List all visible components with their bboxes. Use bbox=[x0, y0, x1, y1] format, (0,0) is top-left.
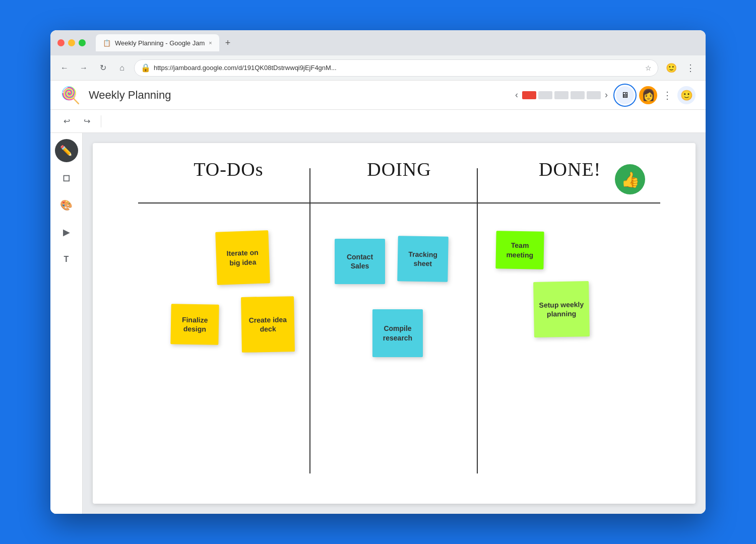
slide-dots bbox=[522, 91, 601, 99]
undo-icon: ↩ bbox=[64, 116, 70, 126]
traffic-lights bbox=[57, 39, 86, 46]
slide-dot-3[interactable] bbox=[554, 91, 569, 99]
account-button[interactable]: 🙂 bbox=[677, 86, 696, 104]
next-slide-button[interactable]: › bbox=[605, 90, 608, 100]
browser-window: 📋 Weekly Planning - Google Jam × + ← → ↻… bbox=[50, 30, 706, 514]
tab-close-button[interactable]: × bbox=[209, 40, 212, 46]
more-menu-button[interactable]: ⋮ bbox=[662, 89, 672, 101]
minimize-window-button[interactable] bbox=[68, 39, 75, 46]
todo-column-header: TO-DOs bbox=[143, 158, 314, 180]
back-button[interactable]: ← bbox=[57, 61, 72, 75]
slide-dot-4[interactable] bbox=[571, 91, 585, 99]
main-content: ✏️ ◻ 🎨 ▶ T TO-DOs DOING DONE! bbox=[50, 133, 706, 514]
whiteboard: TO-DOs DOING DONE! 👍 Iterate on big idea bbox=[93, 143, 696, 504]
tab-title: Weekly Planning - Google Jam bbox=[115, 39, 205, 47]
header-actions: 🖥 👩 ⋮ 🙂 bbox=[616, 86, 696, 104]
color-icon: 🎨 bbox=[60, 199, 73, 211]
profile-button[interactable]: 🙂 bbox=[663, 60, 679, 76]
browser-actions: 🙂 ⋮ bbox=[663, 60, 699, 76]
active-tab[interactable]: 📋 Weekly Planning - Google Jam × bbox=[96, 34, 219, 51]
horizontal-divider bbox=[138, 202, 660, 203]
prev-slide-button[interactable]: ‹ bbox=[515, 90, 518, 100]
sticky-tracking[interactable]: Tracking sheet bbox=[397, 236, 449, 282]
address-bar: ← → ↻ ⌂ 🔒 https://jamboard.google.com/d/… bbox=[50, 55, 706, 81]
toolbar-divider bbox=[101, 115, 101, 127]
pen-icon: ✏️ bbox=[60, 145, 73, 157]
home-button[interactable]: ⌂ bbox=[115, 61, 129, 75]
close-window-button[interactable] bbox=[57, 39, 65, 46]
more-options-button[interactable]: ⋮ bbox=[682, 60, 699, 76]
sticky-finalize[interactable]: Finalize design bbox=[170, 304, 219, 345]
tab-favicon: 📋 bbox=[103, 39, 111, 47]
left-toolbox: ✏️ ◻ 🎨 ▶ T bbox=[50, 133, 83, 514]
eraser-icon: ◻ bbox=[62, 172, 70, 183]
reload-button[interactable]: ↻ bbox=[96, 61, 110, 75]
lock-icon: 🔒 bbox=[141, 63, 151, 73]
color-tool-button[interactable]: 🎨 bbox=[55, 193, 78, 217]
slide-dot-2[interactable] bbox=[538, 91, 552, 99]
thumbs-up-badge: 👍 bbox=[615, 164, 645, 194]
toolbar: ↩ ↪ bbox=[50, 110, 706, 133]
thumbs-up-icon: 👍 bbox=[621, 171, 640, 188]
new-tab-button[interactable]: + bbox=[221, 36, 235, 50]
url-text: https://jamboard.google.com/d/191QK08tDs… bbox=[154, 64, 337, 72]
text-tool-button[interactable]: T bbox=[55, 248, 78, 271]
undo-button[interactable]: ↩ bbox=[58, 113, 75, 129]
presenter-button[interactable]: 🖥 bbox=[616, 86, 634, 104]
text-icon: T bbox=[64, 255, 69, 264]
app-header: 🍭 Weekly Planning ‹ › 🖥 👩 ⋮ 🙂 bbox=[50, 81, 706, 110]
sticky-contact[interactable]: Contact Sales bbox=[335, 239, 385, 284]
slide-nav: ‹ › bbox=[515, 90, 608, 100]
tab-bar: 📋 Weekly Planning - Google Jam × + bbox=[96, 34, 234, 51]
sticky-team[interactable]: Team meeting bbox=[495, 231, 544, 269]
sticky-compile[interactable]: Compile research bbox=[372, 309, 423, 357]
sticky-setup[interactable]: Setup weekly planning bbox=[533, 281, 590, 337]
pen-tool-button[interactable]: ✏️ bbox=[55, 139, 78, 162]
vertical-divider-1 bbox=[309, 168, 310, 473]
slide-dot-1[interactable] bbox=[522, 91, 536, 99]
present-icon: 🖥 bbox=[616, 86, 634, 104]
url-bar[interactable]: 🔒 https://jamboard.google.com/d/191QK08t… bbox=[134, 59, 658, 77]
maximize-window-button[interactable] bbox=[79, 39, 86, 46]
sticky-iterate[interactable]: Iterate on big idea bbox=[215, 230, 270, 285]
redo-icon: ↪ bbox=[84, 116, 90, 126]
sticky-create[interactable]: Create idea deck bbox=[241, 296, 295, 353]
kanban-headers: TO-DOs DOING DONE! bbox=[143, 158, 655, 180]
app-title: Weekly Planning bbox=[89, 89, 507, 102]
star-icon[interactable]: ☆ bbox=[645, 64, 652, 72]
eraser-tool-button[interactable]: ◻ bbox=[55, 166, 78, 189]
app-logo: 🍭 bbox=[60, 86, 81, 105]
user-avatar[interactable]: 👩 bbox=[639, 86, 657, 104]
select-tool-button[interactable]: ▶ bbox=[55, 221, 78, 244]
redo-button[interactable]: ↪ bbox=[79, 113, 95, 129]
vertical-divider-2 bbox=[477, 168, 478, 473]
forward-button[interactable]: → bbox=[77, 61, 91, 75]
canvas-area: TO-DOs DOING DONE! 👍 Iterate on big idea bbox=[83, 133, 706, 514]
title-bar: 📋 Weekly Planning - Google Jam × + bbox=[50, 30, 706, 55]
slide-dot-5[interactable] bbox=[587, 91, 601, 99]
cursor-icon: ▶ bbox=[63, 227, 70, 238]
doing-column-header: DOING bbox=[314, 158, 485, 180]
